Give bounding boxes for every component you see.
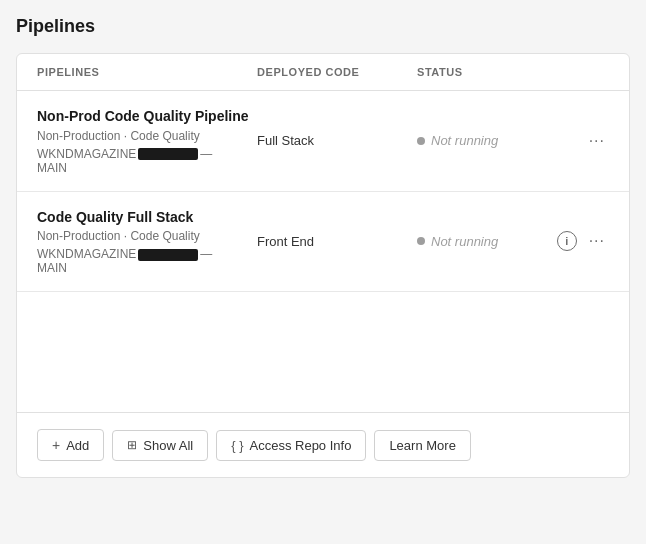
empty-space [17,292,629,412]
redacted-2 [138,249,198,261]
access-repo-label: Access Repo Info [250,438,352,453]
col-deployed: DEPLOYED CODE [257,66,417,78]
status-dot-1 [417,137,425,145]
table-row: Non-Prod Code Quality Pipeline Non-Produ… [17,91,629,192]
pipeline-type-1: Non-Production · Code Quality [37,129,257,143]
row-actions-2: i ··· [557,231,609,251]
pipeline-meta-1: WKNDMAGAZINE— MAIN [37,147,257,175]
pipeline-meta-2: WKNDMAGAZINE— MAIN [37,247,257,275]
add-label: Add [66,438,89,453]
page-container: Pipelines PIPELINES DEPLOYED CODE STATUS… [16,16,630,478]
page-title: Pipelines [16,16,630,37]
braces-icon: { } [231,438,243,453]
table-header: PIPELINES DEPLOYED CODE STATUS [17,54,629,91]
footer: + Add ⊞ Show All { } Access Repo Info Le… [17,412,629,477]
more-button-1[interactable]: ··· [585,131,609,151]
more-button-2[interactable]: ··· [585,231,609,251]
show-all-button[interactable]: ⊞ Show All [112,430,208,461]
add-button[interactable]: + Add [37,429,104,461]
status-actions-1: Not running ··· [417,131,609,151]
status-text-1: Not running [431,133,498,148]
col-status: STATUS [417,66,609,78]
status-cell-2: Not running [417,234,498,249]
pipeline-type-2: Non-Production · Code Quality [37,229,257,243]
table-row: Code Quality Full Stack Non-Production ·… [17,192,629,293]
grid-icon: ⊞ [127,438,137,452]
row-actions-1: ··· [585,131,609,151]
status-cell-1: Not running [417,133,498,148]
learn-more-button[interactable]: Learn More [374,430,470,461]
plus-icon: + [52,437,60,453]
pipeline-info-2: Code Quality Full Stack Non-Production ·… [37,208,257,276]
deployed-code-2: Front End [257,234,417,249]
learn-more-label: Learn More [389,438,455,453]
status-dot-2 [417,237,425,245]
col-pipelines: PIPELINES [37,66,257,78]
status-actions-2: Not running i ··· [417,231,609,251]
pipeline-name-1: Non-Prod Code Quality Pipeline [37,107,257,127]
pipeline-name-2: Code Quality Full Stack [37,208,257,228]
redacted-1 [138,148,198,160]
status-text-2: Not running [431,234,498,249]
pipelines-card: PIPELINES DEPLOYED CODE STATUS Non-Prod … [16,53,630,478]
access-repo-button[interactable]: { } Access Repo Info [216,430,366,461]
info-button-2[interactable]: i [557,231,577,251]
pipeline-info-1: Non-Prod Code Quality Pipeline Non-Produ… [37,107,257,175]
show-all-label: Show All [143,438,193,453]
deployed-code-1: Full Stack [257,133,417,148]
